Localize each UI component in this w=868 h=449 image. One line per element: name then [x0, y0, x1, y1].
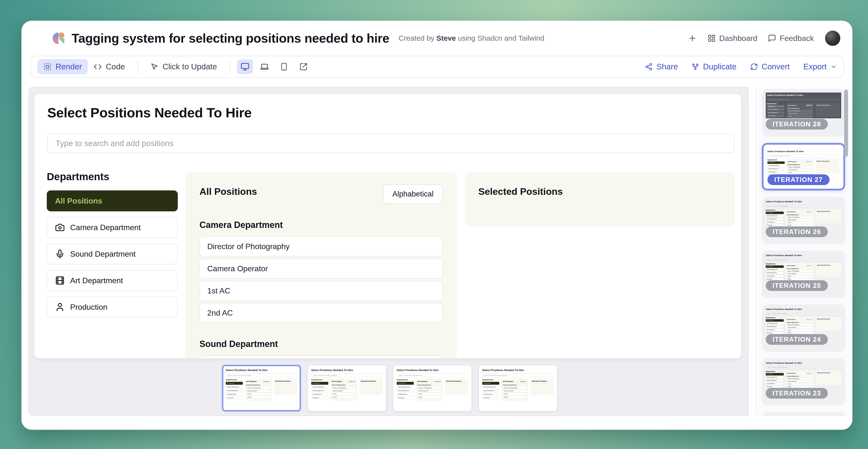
mini-department-chip: All Positions — [482, 382, 499, 385]
position-row[interactable]: 1st AC — [199, 281, 443, 301]
mini-preview: Select Positions Needed To HireType to s… — [311, 368, 382, 408]
mini-department-chip: Production — [311, 396, 328, 399]
dashboard-button[interactable]: Dashboard — [708, 34, 757, 43]
page-title: Select Positions Needed To Hire — [47, 105, 252, 121]
mini-department-chip: All Positions — [766, 212, 784, 214]
mini-department-chip: Production — [766, 332, 784, 333]
mini-department-chip: Art Department — [482, 393, 499, 396]
mini-position-row: 1st AC — [787, 171, 812, 173]
iterations-sidebar: Select Positions Needed To HireType to s… — [756, 87, 851, 416]
mini-position-row: 1st AC — [417, 393, 441, 395]
mini-preview: Select Positions Needed To HireType to s… — [766, 415, 841, 416]
version-thumbnail-4[interactable]: Select Positions Needed To HireType to s… — [478, 365, 557, 412]
mini-department-chip: Production — [766, 278, 784, 280]
open-preview-button[interactable] — [296, 59, 311, 74]
share-button[interactable]: Share — [645, 62, 678, 71]
mini-department-chip: Camera Department — [226, 385, 243, 388]
iteration-card-partial[interactable]: Select Positions Needed To HireType to s… — [762, 412, 845, 416]
mini-department-chip: All Positions — [766, 265, 784, 268]
export-button[interactable]: Export — [803, 62, 837, 71]
mini-department-chip: Production — [482, 396, 499, 399]
mini-search: Type to search and add positions — [766, 258, 841, 261]
iteration-card-iteration-27[interactable]: Select Positions Needed To HireType to s… — [762, 143, 845, 190]
iteration-card-iteration-25[interactable]: Select Positions Needed To HireType to s… — [762, 251, 845, 298]
sidebar-scrollbar[interactable] — [844, 90, 848, 157]
mini-title: Select Positions Needed To Hire — [767, 94, 840, 96]
mini-title: Select Positions Needed To Hire — [766, 415, 841, 416]
search-input[interactable] — [47, 134, 735, 153]
iteration-card-iteration-24[interactable]: Select Positions Needed To HireType to s… — [762, 304, 845, 352]
mini-search: Type to search and add positions — [767, 154, 839, 158]
user-avatar[interactable] — [825, 30, 841, 46]
mini-department-chip: Art Department — [766, 328, 784, 331]
mini-department-chip: Production — [766, 385, 784, 387]
position-row[interactable]: 2nd AC — [199, 303, 443, 323]
department-button-production[interactable]: Production — [47, 296, 178, 318]
phone-view-button[interactable] — [276, 59, 292, 74]
mini-search: Type to search and add positions — [766, 204, 841, 208]
plus-icon[interactable] — [688, 34, 697, 43]
alphabetical-sort-button[interactable]: Alphabetical — [383, 184, 443, 204]
mini-title: Select Positions Needed To Hire — [397, 368, 468, 372]
mini-department-chip: All Positions — [226, 382, 243, 385]
mini-department-chip: Camera Department — [767, 108, 784, 111]
position-row[interactable]: Sound Mixer — [199, 355, 443, 359]
mini-position-row: 1st AC — [787, 383, 813, 385]
feedback-button[interactable]: Feedback — [768, 34, 814, 43]
preview-canvas: Select Positions Needed To Hire Departme… — [29, 87, 749, 416]
mini-position-row: Director of Photography — [417, 386, 441, 389]
version-thumbnail-1[interactable]: Select Positions Needed To HireType to s… — [222, 365, 301, 412]
departments-heading: Departments — [47, 171, 110, 183]
mini-search: Type to search and add positions — [226, 374, 297, 377]
department-label: Sound Department — [70, 250, 136, 259]
mini-position-row: Director of Photography — [332, 386, 356, 389]
rendered-app-preview: Select Positions Needed To Hire Departme… — [34, 94, 742, 359]
department-label: Camera Department — [70, 223, 141, 232]
mini-department-chip: Production — [766, 224, 784, 226]
mini-department-chip: Camera Department — [766, 322, 784, 325]
iteration-card-iteration-26[interactable]: Select Positions Needed To HireType to s… — [762, 197, 845, 244]
mini-department-chip: All Positions — [397, 382, 414, 385]
department-button-camera-department[interactable]: Camera Department — [47, 217, 178, 238]
render-tab[interactable]: Render — [37, 59, 88, 74]
refresh-icon — [750, 63, 758, 71]
mini-preview: Select Positions Needed To HireType to s… — [766, 308, 841, 333]
click-to-update-button[interactable]: Click to Update — [145, 59, 223, 74]
desktop-background: Tagging system for selecting positions n… — [0, 0, 868, 449]
author-name: Steve — [436, 34, 456, 42]
mini-department-chip: Art Department — [767, 171, 785, 173]
department-button-sound-department[interactable]: Sound Department — [47, 244, 178, 264]
monitor-icon — [241, 62, 249, 71]
laptop-view-button[interactable] — [256, 59, 273, 74]
mini-department-chip: Camera Department — [397, 385, 414, 388]
mini-position-row: 2nd AC — [787, 386, 813, 387]
mini-department-chip: Sound Department — [767, 111, 784, 114]
mini-preview: Select Positions Needed To HireType to s… — [482, 368, 554, 408]
version-thumbnail-2[interactable]: Select Positions Needed To HireType to s… — [307, 365, 386, 412]
iteration-card-iteration-23[interactable]: Select Positions Needed To HireType to s… — [762, 358, 845, 406]
iteration-badge: ITERATION 25 — [766, 280, 828, 291]
mini-position-row: Director of Photography — [787, 166, 812, 168]
convert-button[interactable]: Convert — [750, 62, 790, 71]
external-link-icon — [299, 63, 308, 71]
app-header: Tagging system for selecting positions n… — [22, 21, 852, 56]
toolbar: Render Code Click to Update — [31, 56, 844, 78]
cursor-icon — [151, 63, 159, 71]
department-button-art-department[interactable]: Art Department — [47, 270, 178, 291]
mini-department-chip: Sound Department — [311, 389, 328, 392]
desktop-view-button[interactable] — [237, 59, 253, 74]
department-button-all-positions[interactable]: All Positions — [47, 190, 178, 211]
position-row[interactable]: Director of Photography — [199, 236, 443, 256]
iteration-badge: ITERATION 24 — [766, 334, 828, 345]
position-row[interactable]: Camera Operator — [199, 259, 443, 279]
mini-position-row: 2nd AC — [246, 396, 270, 398]
mini-preview: Select Positions Needed To HireType to s… — [226, 368, 297, 408]
iteration-card-iteration-28[interactable]: Select Positions Needed To HireType to s… — [762, 89, 845, 137]
mini-department-chip: All Positions — [766, 373, 784, 376]
mini-position-row: Camera Operator — [787, 169, 812, 171]
duplicate-button[interactable]: Duplicate — [691, 62, 737, 71]
grid-icon — [708, 34, 716, 42]
position-group-heading: Camera Department — [199, 220, 443, 230]
code-tab[interactable]: Code — [88, 59, 131, 74]
version-thumbnail-3[interactable]: Select Positions Needed To HireType to s… — [393, 365, 472, 412]
